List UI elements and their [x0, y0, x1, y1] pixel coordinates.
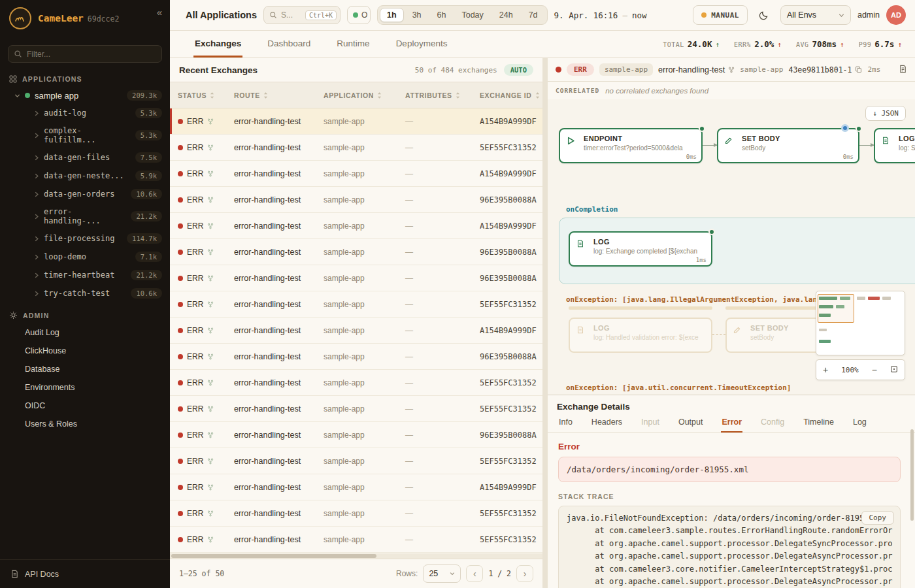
detail-tab[interactable]: Config	[760, 416, 785, 433]
sidebar-route-item[interactable]: file-processing 114.7k	[0, 229, 170, 248]
rows-per-page-select[interactable]: 25	[423, 564, 461, 583]
error-dot	[178, 145, 183, 150]
sidebar-route-item[interactable]: timer-heartbeat 21.2k	[0, 266, 170, 284]
sidebar-route-item[interactable]: error-handling-... 21.2k	[0, 203, 170, 229]
api-docs-link[interactable]: API Docs	[0, 559, 170, 588]
table-row[interactable]: ERR error-handling-test sample-app — 96E…	[170, 344, 542, 370]
route-cell: error-handling-test	[234, 248, 324, 257]
sidebar-collapse-button[interactable]: «	[157, 7, 162, 18]
table-row[interactable]: ERR error-handling-test sample-app — 5EF…	[170, 500, 542, 527]
scrollbar-thumb[interactable]	[171, 554, 376, 558]
column-header-exchange-id[interactable]: EXCHANGE ID	[480, 91, 542, 99]
table-row[interactable]: ERR error-handling-test sample-app — 96E…	[170, 239, 542, 265]
flow-canvas[interactable]: ↓ JSON ENDPOINT timer:errorTest?period=5…	[548, 99, 915, 395]
sidebar-admin-item[interactable]: OIDC	[0, 397, 170, 415]
column-header-application[interactable]: APPLICATION	[324, 91, 405, 99]
sidebar-admin-item[interactable]: Environments	[0, 378, 170, 397]
detail-tab[interactable]: Log	[852, 416, 867, 433]
flow-node-endpoint[interactable]: ENDPOINT timer:errorTest?period=5000&del…	[559, 128, 703, 163]
count-badge: 5.9k	[135, 171, 162, 181]
date-range-display[interactable]: 9. Apr. 16:16 – now	[554, 10, 647, 20]
column-header-attributes[interactable]: ATTRIBUTES	[405, 91, 480, 99]
fit-view-button[interactable]	[890, 365, 898, 374]
zoom-out-button[interactable]: −	[872, 365, 877, 374]
table-row[interactable]: ERR error-handling-test sample-app — A15…	[170, 108, 542, 135]
table-row[interactable]: ERR error-handling-test sample-app — A15…	[170, 161, 542, 187]
stats-bar: TOTAL 24.0K ↑ ERR% 2.0% ↑ AVG 708ms ↑ P9…	[663, 31, 902, 57]
table-row[interactable]: ERR error-handling-test sample-app — 96E…	[170, 187, 542, 213]
route-name[interactable]: error-handling-test	[658, 65, 735, 74]
user-name: admin	[857, 10, 880, 20]
minimap-viewport[interactable]	[818, 294, 854, 323]
attributes-cell: —	[405, 143, 480, 152]
detail-tab[interactable]: Info	[558, 416, 573, 433]
sidebar-admin-item[interactable]: Audit Log	[0, 323, 170, 342]
details-title: Exchange Details	[548, 395, 915, 416]
sidebar-route-item[interactable]: try-catch-test 10.6k	[0, 284, 170, 302]
filter-input[interactable]	[8, 45, 162, 63]
sidebar-route-item[interactable]: data-gen-files 7.5k	[0, 148, 170, 167]
status-cell: ERR	[178, 431, 234, 440]
live-status-toggle[interactable]: O	[347, 6, 371, 24]
detail-tab[interactable]: Input	[640, 416, 660, 433]
flow-node-exception-log[interactable]: LOG log: Handled validation error: ${exc…	[569, 318, 712, 353]
sidebar-admin-item[interactable]: ClickHouse	[0, 342, 170, 360]
copy-icon[interactable]	[855, 66, 862, 73]
minimap[interactable]	[816, 291, 905, 355]
sidebar-route-item[interactable]: data-gen-neste... 5.9k	[0, 167, 170, 185]
sidebar-route-item[interactable]: data-gen-orders 10.6k	[0, 185, 170, 203]
table-row[interactable]: ERR error-handling-test sample-app — 5EF…	[170, 448, 542, 474]
horizontal-scrollbar[interactable]	[170, 553, 542, 559]
detail-tab[interactable]: Headers	[591, 416, 623, 433]
time-range-button[interactable]: 3h	[405, 8, 429, 22]
flow-node-completion-log[interactable]: LOG log: Exchange completed [${exchan 1m…	[569, 231, 712, 267]
nav-tab[interactable]: Deployments	[395, 31, 449, 57]
nav-tab[interactable]: Exchanges	[193, 31, 242, 57]
table-row[interactable]: ERR error-handling-test sample-app — 5EF…	[170, 396, 542, 422]
sidebar-route-item[interactable]: complex-fulfillm... 5.3k	[0, 122, 170, 148]
sidebar-item-sample-app[interactable]: sample app 209.3k	[0, 87, 170, 104]
auto-refresh-badge[interactable]: AUTO	[504, 64, 533, 76]
nav-tab[interactable]: Dashboard	[266, 31, 312, 57]
table-row[interactable]: ERR error-handling-test sample-app — A15…	[170, 474, 542, 500]
column-header-route[interactable]: ROUTE	[234, 91, 324, 99]
global-search-input[interactable]: S... Ctrl+K	[263, 6, 341, 24]
time-range-button[interactable]: 24h	[492, 8, 520, 22]
table-row[interactable]: ERR error-handling-test sample-app — 5EF…	[170, 291, 542, 318]
table-row[interactable]: ERR error-handling-test sample-app — A15…	[170, 318, 542, 344]
table-row[interactable]: ERR error-handling-test sample-app — A15…	[170, 213, 542, 239]
table-row[interactable]: ERR error-handling-test sample-app — 5EF…	[170, 135, 542, 161]
time-range-button[interactable]: 1h	[380, 8, 404, 22]
table-row[interactable]: ERR error-handling-test sample-app — 96E…	[170, 265, 542, 291]
next-page-button[interactable]: ›	[516, 565, 533, 582]
detail-tab[interactable]: Timeline	[803, 416, 835, 433]
zoom-in-button[interactable]: +	[823, 365, 828, 374]
table-row[interactable]: ERR error-handling-test sample-app — 96E…	[170, 422, 542, 448]
detail-tab[interactable]: Output	[678, 416, 704, 433]
flow-node-log[interactable]: LOG log: Sta	[874, 128, 915, 163]
sidebar-route-item[interactable]: audit-log 5.3k	[0, 104, 170, 122]
table-row[interactable]: ERR error-handling-test sample-app — 5EF…	[170, 527, 542, 553]
column-header-status[interactable]: STATUS	[178, 91, 234, 99]
time-range-button[interactable]: 6h	[430, 8, 454, 22]
sidebar-admin-item[interactable]: Users & Roles	[0, 415, 170, 433]
nav-tab[interactable]: Runtime	[335, 31, 371, 57]
vertical-scrollbar[interactable]	[910, 429, 914, 521]
flow-node-set-body[interactable]: SET BODY setBody 0ms	[717, 128, 859, 163]
download-json-button[interactable]: ↓ JSON	[865, 106, 906, 121]
sidebar-admin-item[interactable]: Database	[0, 360, 170, 378]
manual-refresh-button[interactable]: MANUAL	[693, 5, 748, 25]
dark-mode-toggle[interactable]	[754, 5, 774, 25]
stat: TOTAL 24.0K ↑	[663, 39, 720, 49]
table-row[interactable]: ERR error-handling-test sample-app — 5EF…	[170, 370, 542, 396]
copy-button[interactable]: Copy	[861, 511, 895, 525]
detail-tab[interactable]: Error	[721, 416, 742, 433]
time-range-button[interactable]: Today	[454, 8, 490, 22]
log-scroll-icon[interactable]	[899, 64, 907, 76]
environment-dropdown[interactable]: All Envs	[780, 5, 851, 25]
admin-section-header: ADMIN	[0, 302, 170, 323]
sidebar-route-item[interactable]: loop-demo 7.1k	[0, 248, 170, 266]
time-range-button[interactable]: 7d	[522, 8, 545, 22]
avatar[interactable]: AD	[886, 5, 906, 25]
previous-page-button[interactable]: ‹	[466, 565, 483, 582]
